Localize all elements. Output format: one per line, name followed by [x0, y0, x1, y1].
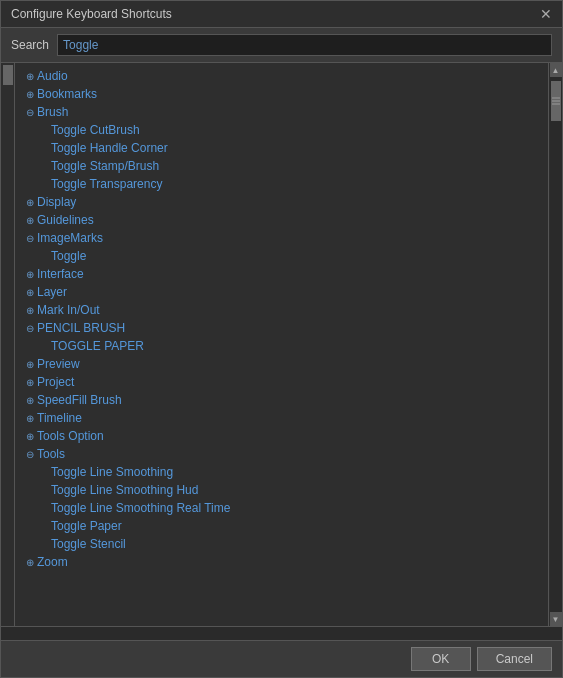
- dialog-title: Configure Keyboard Shortcuts: [11, 7, 172, 21]
- tree-label-pencil-brush-toggle-paper: TOGGLE PAPER: [51, 339, 144, 353]
- tree-label-tools-toggle-paper: Toggle Paper: [51, 519, 122, 533]
- cancel-button[interactable]: Cancel: [477, 647, 552, 671]
- tree-label-tools-toggle-line-smoothing-realtime: Toggle Line Smoothing Real Time: [51, 501, 230, 515]
- tree-item-tools-toggle-line-smoothing[interactable]: Toggle Line Smoothing: [15, 463, 548, 481]
- tree-label-timeline: Timeline: [37, 411, 82, 425]
- grip-line-1: [552, 98, 560, 99]
- right-scrollbar: ▲ ▼: [548, 63, 562, 626]
- tree-item-brush-toggle-cutbrush[interactable]: Toggle CutBrush: [15, 121, 548, 139]
- tree-toggle-icon-display[interactable]: ⊕: [23, 195, 37, 209]
- tree-label-pencil-brush: PENCIL BRUSH: [37, 321, 125, 335]
- horizontal-scrollbar: [1, 626, 562, 640]
- ok-button[interactable]: OK: [411, 647, 471, 671]
- tree-label-brush-toggle-transparency: Toggle Transparency: [51, 177, 162, 191]
- search-input[interactable]: [57, 34, 552, 56]
- tree-item-layer[interactable]: ⊕Layer: [15, 283, 548, 301]
- tree-item-brush[interactable]: ⊖Brush: [15, 103, 548, 121]
- tree-area: ⊕Audio⊕Bookmarks⊖BrushToggle CutBrushTog…: [15, 63, 548, 626]
- left-scrollbar-thumb[interactable]: [3, 65, 13, 85]
- configure-shortcuts-dialog: Configure Keyboard Shortcuts ✕ Search ⊕A…: [0, 0, 563, 678]
- scroll-up-arrow[interactable]: ▲: [550, 63, 562, 77]
- tree-label-brush: Brush: [37, 105, 68, 119]
- tree-label-tools-toggle-line-smoothing-hud: Toggle Line Smoothing Hud: [51, 483, 198, 497]
- tree-toggle-icon-brush-toggle-transparency[interactable]: [37, 177, 51, 191]
- tree-item-tools-toggle-line-smoothing-hud[interactable]: Toggle Line Smoothing Hud: [15, 481, 548, 499]
- tree-label-imagemarks-toggle: Toggle: [51, 249, 86, 263]
- close-button[interactable]: ✕: [540, 7, 552, 21]
- tree-item-tools-toggle-line-smoothing-realtime[interactable]: Toggle Line Smoothing Real Time: [15, 499, 548, 517]
- tree-label-audio: Audio: [37, 69, 68, 83]
- tree-item-preview[interactable]: ⊕Preview: [15, 355, 548, 373]
- tree-label-brush-toggle-handle-corner: Toggle Handle Corner: [51, 141, 168, 155]
- left-scrollbar: [1, 63, 15, 626]
- tree-toggle-icon-interface[interactable]: ⊕: [23, 267, 37, 281]
- tree-item-speedfill-brush[interactable]: ⊕SpeedFill Brush: [15, 391, 548, 409]
- tree-toggle-icon-zoom[interactable]: ⊕: [23, 555, 37, 569]
- tree-item-bookmarks[interactable]: ⊕Bookmarks: [15, 85, 548, 103]
- tree-label-brush-toggle-stamp-brush: Toggle Stamp/Brush: [51, 159, 159, 173]
- tree-toggle-icon-guidelines[interactable]: ⊕: [23, 213, 37, 227]
- tree-toggle-icon-mark-in-out[interactable]: ⊕: [23, 303, 37, 317]
- search-label: Search: [11, 38, 49, 52]
- tree-item-brush-toggle-transparency[interactable]: Toggle Transparency: [15, 175, 548, 193]
- tree-item-guidelines[interactable]: ⊕Guidelines: [15, 211, 548, 229]
- tree-item-project[interactable]: ⊕Project: [15, 373, 548, 391]
- tree-toggle-icon-timeline[interactable]: ⊕: [23, 411, 37, 425]
- tree-label-display: Display: [37, 195, 76, 209]
- grip-line-3: [552, 104, 560, 105]
- tree-toggle-icon-project[interactable]: ⊕: [23, 375, 37, 389]
- tree-item-tools[interactable]: ⊖Tools: [15, 445, 548, 463]
- tree-label-guidelines: Guidelines: [37, 213, 94, 227]
- tree-toggle-icon-imagemarks-toggle[interactable]: [37, 249, 51, 263]
- tree-item-timeline[interactable]: ⊕Timeline: [15, 409, 548, 427]
- tree-toggle-icon-tools-option[interactable]: ⊕: [23, 429, 37, 443]
- tree-item-tools-toggle-stencil[interactable]: Toggle Stencil: [15, 535, 548, 553]
- tree-toggle-icon-brush-toggle-handle-corner[interactable]: [37, 141, 51, 155]
- tree-item-imagemarks[interactable]: ⊖ImageMarks: [15, 229, 548, 247]
- tree-toggle-icon-bookmarks[interactable]: ⊕: [23, 87, 37, 101]
- tree-label-preview: Preview: [37, 357, 80, 371]
- tree-item-tools-toggle-paper[interactable]: Toggle Paper: [15, 517, 548, 535]
- bottom-bar: OK Cancel: [1, 640, 562, 677]
- tree-item-audio[interactable]: ⊕Audio: [15, 67, 548, 85]
- tree-item-zoom[interactable]: ⊕Zoom: [15, 553, 548, 571]
- tree-toggle-icon-audio[interactable]: ⊕: [23, 69, 37, 83]
- tree-label-imagemarks: ImageMarks: [37, 231, 103, 245]
- tree-toggle-icon-brush[interactable]: ⊖: [23, 105, 37, 119]
- tree-label-speedfill-brush: SpeedFill Brush: [37, 393, 122, 407]
- tree-item-brush-toggle-handle-corner[interactable]: Toggle Handle Corner: [15, 139, 548, 157]
- tree-item-pencil-brush-toggle-paper[interactable]: TOGGLE PAPER: [15, 337, 548, 355]
- tree-toggle-icon-tools-toggle-line-smoothing-hud[interactable]: [37, 483, 51, 497]
- tree-toggle-icon-brush-toggle-stamp-brush[interactable]: [37, 159, 51, 173]
- tree-label-tools-toggle-line-smoothing: Toggle Line Smoothing: [51, 465, 173, 479]
- tree-item-pencil-brush[interactable]: ⊖PENCIL BRUSH: [15, 319, 548, 337]
- tree-toggle-icon-tools[interactable]: ⊖: [23, 447, 37, 461]
- tree-toggle-icon-tools-toggle-paper[interactable]: [37, 519, 51, 533]
- grip-line-2: [552, 101, 560, 102]
- scrollbar-track: [550, 77, 562, 612]
- tree-label-layer: Layer: [37, 285, 67, 299]
- tree-toggle-icon-imagemarks[interactable]: ⊖: [23, 231, 37, 245]
- tree-item-brush-toggle-stamp-brush[interactable]: Toggle Stamp/Brush: [15, 157, 548, 175]
- tree-toggle-icon-layer[interactable]: ⊕: [23, 285, 37, 299]
- tree-toggle-icon-preview[interactable]: ⊕: [23, 357, 37, 371]
- tree-item-interface[interactable]: ⊕Interface: [15, 265, 548, 283]
- tree-label-interface: Interface: [37, 267, 84, 281]
- tree-toggle-icon-tools-toggle-stencil[interactable]: [37, 537, 51, 551]
- tree-item-tools-option[interactable]: ⊕Tools Option: [15, 427, 548, 445]
- tree-label-project: Project: [37, 375, 74, 389]
- scrollbar-thumb[interactable]: [551, 81, 561, 121]
- tree-toggle-icon-tools-toggle-line-smoothing[interactable]: [37, 465, 51, 479]
- tree-toggle-icon-brush-toggle-cutbrush[interactable]: [37, 123, 51, 137]
- tree-item-display[interactable]: ⊕Display: [15, 193, 548, 211]
- tree-label-bookmarks: Bookmarks: [37, 87, 97, 101]
- scroll-down-arrow[interactable]: ▼: [550, 612, 562, 626]
- tree-toggle-icon-speedfill-brush[interactable]: ⊕: [23, 393, 37, 407]
- tree-label-tools: Tools: [37, 447, 65, 461]
- tree-label-mark-in-out: Mark In/Out: [37, 303, 100, 317]
- tree-item-imagemarks-toggle[interactable]: Toggle: [15, 247, 548, 265]
- tree-toggle-icon-pencil-brush-toggle-paper[interactable]: [37, 339, 51, 353]
- tree-toggle-icon-pencil-brush[interactable]: ⊖: [23, 321, 37, 335]
- tree-toggle-icon-tools-toggle-line-smoothing-realtime[interactable]: [37, 501, 51, 515]
- tree-item-mark-in-out[interactable]: ⊕Mark In/Out: [15, 301, 548, 319]
